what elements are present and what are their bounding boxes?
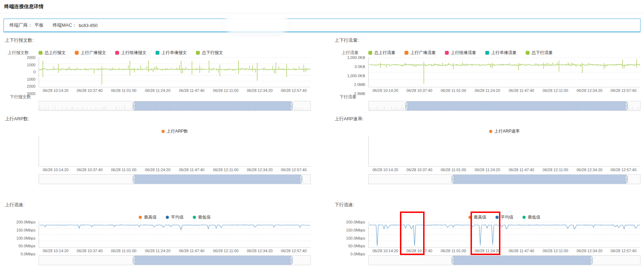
vendor-label: 终端厂商： [9,22,32,28]
legend-label: 最低值 [198,214,211,220]
legend-marker-icon [166,216,169,219]
datazoom-selection[interactable] [134,101,291,110]
datazoom-handle-right[interactable] [625,176,628,183]
datazoom-selection[interactable] [134,256,291,265]
tick-label: 06/28 11:01:00 [107,249,141,253]
x-axis-labels: 06/28 10:14:2006/28 10:37:4006/28 11:01:… [368,167,640,173]
terminal-detail-page: 终端连接信息详情 终端厂商： 平板 终端MAC： bc83-850 上下行报文数… [0,0,644,275]
legend-item[interactable]: 最高值 [139,214,157,220]
legend: 总上行流量上行广播流量上行组播流量上行单播流量总下行流量 [368,50,553,56]
page-title: 终端连接信息详情 [0,0,644,13]
y-axis-name: 上行报文数 [4,50,39,56]
legend-item[interactable]: 总下行流量 [526,50,553,56]
plot-area[interactable] [368,136,640,167]
tick-label: 06/28 11:47:40 [175,249,209,253]
y-axis-labels: 200010000100020003000 [4,58,39,94]
legend-item[interactable]: 上行单播报文 [156,50,187,56]
tick-label: 06/28 12:11:00 [538,249,572,253]
datazoom-handle-right[interactable] [290,257,293,264]
datazoom-handle-left[interactable] [452,257,454,264]
datazoom-selection[interactable] [453,256,591,265]
legend-label: 总下行报文 [202,50,223,56]
legend-label: 平均值 [171,214,184,220]
tick-label: 06/28 10:14:20 [39,249,73,253]
tick-label: 06/28 12:34:20 [243,249,277,253]
legend-item[interactable]: 上行单播流量 [485,50,517,56]
legend-marker-icon [162,130,165,133]
tick-label: 06/28 10:14:20 [39,168,73,172]
tick-label: 06/28 11:01:00 [436,249,471,253]
datazoom-slider[interactable] [368,174,640,184]
legend-marker-icon [115,51,119,55]
legend-marker-icon [139,216,142,219]
legend-label: 总上行报文 [45,50,66,56]
legend-marker-icon [523,216,526,219]
datazoom-slider[interactable] [39,255,311,265]
chart-title: 上下行报文数: [5,37,311,43]
legend-item[interactable]: 上行组播流量 [445,50,476,56]
tick-label: 06/28 10:37:40 [73,168,107,172]
datazoom-selection[interactable] [407,101,626,110]
legend-item[interactable]: 上行ARP速率 [489,128,520,134]
plot-area[interactable] [39,58,311,87]
legend-item[interactable]: 上行广播流量 [405,50,436,56]
datazoom-handle-left[interactable] [405,102,408,109]
datazoom-selection[interactable] [134,175,301,184]
plot-wrap: 06/28 10:14:2006/28 10:37:4006/28 11:01:… [368,136,640,173]
datazoom-slider[interactable] [368,101,640,111]
datazoom-handle-right[interactable] [625,102,628,109]
datazoom-handle-right[interactable] [300,176,302,183]
datazoom-handle-left[interactable] [133,176,136,183]
chart-arp-rate: 上行ARP速率: 上行ARP速率 06/28 10:14:2006/28 10:… [333,111,640,184]
legend-marker-icon [405,51,408,55]
chart-uplink-rate: 上行选速: 最高值平均值最低值 200.0Mbps150.0Mbps100.0M… [4,197,311,265]
datazoom-handle-right[interactable] [590,257,593,264]
legend-item[interactable]: 上行ARP数 [162,128,188,134]
legend: 上行ARP数 [162,128,188,134]
tick-label: 06/28 10:37:40 [73,249,107,253]
tick-label: 06/28 11:01:00 [107,88,141,93]
legend-item[interactable]: 最低值 [523,214,540,220]
vendor-value: 平板 [34,22,44,28]
y-axis-name-bottom: 下行流量 [340,94,640,100]
chart-traffic: 上下行流量: 上行流量 总上行流量上行广播流量上行组播流量上行单播流量总下行流量… [333,32,640,111]
plot-wrap: 06/28 10:14:2006/28 10:37:4006/28 11:01:… [39,58,311,94]
legend-item[interactable]: 总上行流量 [368,50,395,56]
plot-area[interactable] [368,222,640,248]
y-axis-labels [4,136,39,173]
plot-area[interactable] [39,136,311,167]
legend-marker-icon [489,130,492,133]
datazoom-handle-left[interactable] [133,102,136,109]
chart-title: 下行选速: [335,202,640,208]
datazoom-slider[interactable] [39,101,311,111]
plot-row: 06/28 10:14:2006/28 10:37:4006/28 11:01:… [4,136,311,173]
tick-label: 06/28 12:34:20 [572,168,606,172]
chart-packets: 上下行报文数: 上行报文数 总上行报文上行广播报文上行组播报文上行单播报文总下行… [4,32,311,111]
plot-row: 200010000100020003000 06/28 10:14:2006/2… [4,58,311,94]
tick-label: 06/28 10:37:40 [402,88,436,93]
legend-item[interactable]: 平均值 [166,214,184,220]
legend-item[interactable]: 总上行报文 [39,50,66,56]
legend-row: 上行ARP数 [39,128,311,135]
legend-item[interactable]: 总下行报文 [196,50,223,56]
datazoom-handle-left[interactable] [452,176,454,183]
legend-row: 最高值平均值最低值 [39,214,311,221]
tick-label: 06/28 11:24:20 [141,249,175,253]
datazoom-handle-left[interactable] [133,257,136,264]
legend-item[interactable]: 最低值 [193,214,211,220]
x-axis-labels: 06/28 10:14:2006/28 10:37:4006/28 11:01:… [368,87,640,94]
datazoom-handle-right[interactable] [290,102,293,109]
tick-label: 06/28 11:01:00 [436,88,471,93]
datazoom-selection[interactable] [453,175,627,184]
plot-area[interactable] [39,222,311,248]
legend-item[interactable]: 上行组播报文 [115,50,146,56]
tick-label: 06/28 12:57:40 [277,249,311,253]
chart-title: 上下行流量: [335,37,640,43]
x-axis-labels: 06/28 10:14:2006/28 10:37:4006/28 11:01:… [39,87,311,94]
plot-area[interactable] [368,58,640,87]
datazoom-slider[interactable] [368,255,640,265]
legend-label: 上行ARP速率 [494,128,520,134]
legend-item[interactable]: 上行广播报文 [75,50,106,56]
datazoom-slider[interactable] [39,174,311,184]
legend-label: 上行单播流量 [491,50,517,56]
